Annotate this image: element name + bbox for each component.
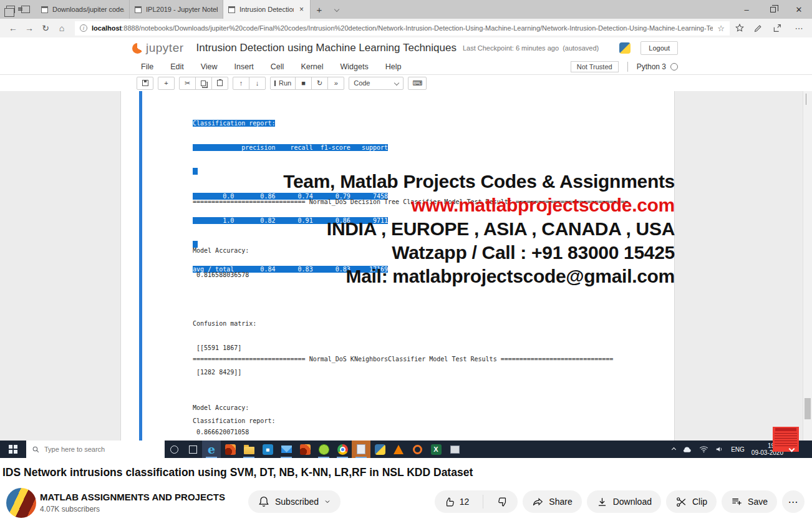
- taskbar-excel-icon[interactable]: X: [427, 441, 445, 458]
- jupyter-toolbar: + ✂ ↑ ↓ Run ■ ↻ » Code ⌨: [0, 75, 812, 91]
- more-actions-button[interactable]: ⋯: [782, 490, 805, 513]
- stop-button[interactable]: ■: [295, 77, 312, 90]
- save-button[interactable]: [137, 77, 153, 90]
- tab-close-icon[interactable]: ×: [298, 5, 305, 14]
- notebook-title[interactable]: Intrusion Detection using Machine Learni…: [196, 42, 457, 54]
- scroll-up-arrow-icon[interactable]: [806, 94, 806, 105]
- taskbar-edge-icon[interactable]: e: [202, 441, 221, 458]
- search-input[interactable]: [44, 446, 144, 453]
- back-icon[interactable]: ←: [5, 23, 21, 33]
- save-button[interactable]: Save: [722, 490, 777, 513]
- channel-name[interactable]: MATLAB ASSIGNMENTS AND PROJECTS: [40, 492, 225, 502]
- home-icon[interactable]: ⌂: [54, 23, 70, 33]
- menu-help[interactable]: Help: [385, 62, 402, 71]
- menu-kernel[interactable]: Kernel: [301, 62, 323, 71]
- taskbar-jupyter-icon[interactable]: [408, 441, 427, 458]
- watermark-line: Mail: matlabprojectscode@gmail.com: [283, 265, 675, 288]
- screen: Downloads/jupiter code/Fin IPL2019 - Jup…: [0, 0, 812, 521]
- taskbar-vlc-icon[interactable]: [389, 441, 408, 458]
- menu-insert[interactable]: Insert: [234, 62, 254, 71]
- tab-list-chevron-icon[interactable]: [328, 0, 346, 19]
- taskbar-matlab2-icon[interactable]: [296, 441, 314, 458]
- share-button[interactable]: Share: [523, 490, 581, 513]
- refresh-icon[interactable]: ↻: [37, 23, 54, 33]
- menu-file[interactable]: File: [141, 62, 153, 71]
- run-button[interactable]: Run: [270, 77, 296, 90]
- onedrive-cloud-icon[interactable]: [682, 446, 692, 453]
- page-info-icon[interactable]: i: [80, 24, 87, 32]
- paste-cell-button[interactable]: [211, 77, 228, 90]
- cut-cell-button[interactable]: ✂: [179, 77, 196, 90]
- download-button[interactable]: Download: [587, 490, 661, 513]
- copy-icon: [201, 80, 206, 86]
- command-palette-button[interactable]: ⌨: [408, 77, 427, 90]
- video-frame: Downloads/jupiter code/Fin IPL2019 - Jup…: [0, 0, 812, 458]
- start-button[interactable]: [0, 441, 26, 458]
- tab-label: Downloads/jupiter code/Fin: [52, 6, 124, 13]
- jupyter-logo[interactable]: jupyter: [132, 41, 184, 55]
- divider: [483, 495, 483, 509]
- thumbs-up-icon: [443, 496, 455, 508]
- set-tabs-aside-icon[interactable]: [21, 6, 30, 13]
- output-line: Confusion matrix:: [193, 319, 628, 328]
- new-tab-button[interactable]: +: [311, 0, 328, 19]
- hidden-icons-chevron-icon[interactable]: [672, 447, 676, 451]
- subscribed-button[interactable]: Subscribed: [248, 490, 341, 513]
- volume-icon[interactable]: [715, 446, 724, 453]
- tab-page-icon: [41, 6, 48, 13]
- dislike-button[interactable]: [488, 490, 518, 513]
- close-button[interactable]: ✕: [786, 0, 812, 19]
- search-icon: [32, 446, 40, 454]
- taskbar-mail-icon[interactable]: [277, 441, 296, 458]
- channel-avatar[interactable]: [6, 488, 36, 518]
- taskbar-notepad-icon[interactable]: [352, 441, 370, 458]
- favorites-hub-icon[interactable]: [735, 23, 751, 33]
- move-cell-down-button[interactable]: ↓: [249, 77, 266, 90]
- taskbar-search[interactable]: [26, 441, 165, 458]
- like-button[interactable]: 12: [435, 490, 478, 513]
- taskbar-python-icon[interactable]: [370, 441, 389, 458]
- page-scrollbar[interactable]: [803, 91, 812, 441]
- browser-tab-1[interactable]: Downloads/jupiter code/Fin: [36, 0, 130, 19]
- kneighbors-results-block: ============================== Normal_Do…: [193, 339, 613, 441]
- more-actions-icon[interactable]: ⋯: [791, 24, 807, 33]
- move-cell-up-button[interactable]: ↑: [233, 77, 249, 90]
- taskbar-store-icon[interactable]: ■: [258, 441, 277, 458]
- clip-button[interactable]: Clip: [666, 490, 717, 513]
- taskbar-chrome-icon[interactable]: [333, 441, 352, 458]
- menu-widgets[interactable]: Widgets: [341, 62, 369, 71]
- cell-type-select[interactable]: Code: [349, 77, 404, 90]
- browser-tab-2[interactable]: IPL2019 - Jupyter Notebook: [130, 0, 223, 19]
- cortana-button[interactable]: [165, 441, 183, 458]
- download-icon: [596, 496, 608, 508]
- selected-cell-border: [139, 91, 142, 441]
- browser-tab-3-active[interactable]: Intrusion Detection usir ×: [223, 0, 311, 19]
- address-input[interactable]: i localhost:8888/notebooks/Downloads/jup…: [75, 21, 730, 36]
- menu-cell[interactable]: Cell: [271, 62, 284, 71]
- scrollbar-thumb[interactable]: [805, 398, 811, 419]
- forward-icon[interactable]: →: [21, 23, 37, 33]
- task-view-button[interactable]: [183, 441, 202, 458]
- restart-run-all-button[interactable]: »: [327, 77, 344, 90]
- taskbar-photos-icon[interactable]: [445, 441, 464, 458]
- share-page-icon[interactable]: [772, 23, 788, 33]
- tab-preview-icon[interactable]: [6, 6, 15, 13]
- wifi-icon[interactable]: [699, 446, 708, 453]
- logout-button[interactable]: Logout: [640, 41, 678, 55]
- taskbar-matlab-icon[interactable]: [221, 441, 239, 458]
- web-note-pen-icon[interactable]: [753, 24, 770, 33]
- restart-kernel-button[interactable]: ↻: [311, 77, 328, 90]
- python-logo-icon: [619, 42, 631, 54]
- maximize-button[interactable]: [760, 0, 786, 19]
- add-favorite-star-icon[interactable]: ☆: [717, 24, 725, 33]
- language-indicator[interactable]: ENG: [731, 446, 745, 453]
- checkpoint-status: Last Checkpoint: 6 minutes ago (autosave…: [463, 44, 599, 52]
- taskbar-explorer-icon[interactable]: [239, 441, 258, 458]
- menu-view[interactable]: View: [201, 62, 218, 71]
- menu-edit[interactable]: Edit: [170, 62, 184, 71]
- taskbar-utorrent-icon[interactable]: [314, 441, 333, 458]
- copy-cell-button[interactable]: [195, 77, 212, 90]
- add-cell-button[interactable]: +: [158, 77, 175, 90]
- minimize-button[interactable]: –: [733, 0, 760, 19]
- watermark-line: Team, Matlab Projects Codes & Assignment…: [283, 170, 675, 193]
